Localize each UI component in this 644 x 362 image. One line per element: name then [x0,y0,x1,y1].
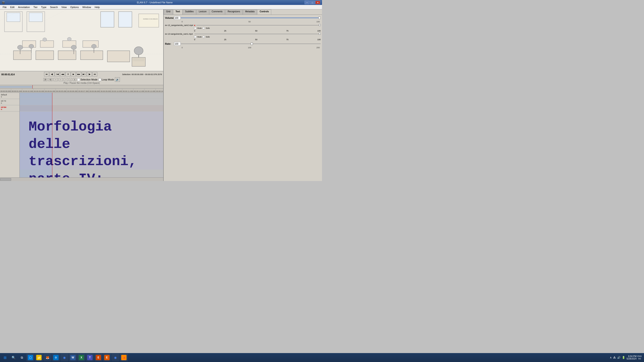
menu-options[interactable]: Options [68,5,80,9]
menu-search[interactable]: Search [48,5,60,9]
volume-input[interactable] [174,16,181,20]
track-row-default[interactable] [20,93,163,99]
track-header-inf73: Inf-73 tt [0,99,20,105]
boundary-start-button[interactable]: |S [44,78,48,81]
tab-grid[interactable]: Grid [164,9,173,14]
media2-labels: 0 25 50 75 100 [194,38,321,41]
volume-slider[interactable] [181,16,321,20]
move-left-button[interactable]: ← [58,78,63,81]
volume-button[interactable]: 🔊 [115,77,120,82]
media1-mute-solo: Mute Solo [194,27,321,29]
fast-back-button[interactable]: ◀◀ [60,72,65,76]
media1-labels: 0 25 50 75 100 [194,30,321,32]
media2-header: ev-13-sanguinerola_cam1.mp4 [165,32,321,35]
track-content[interactable]: Morfologia delle trascrizioni,parte IV: … [20,93,163,177]
svg-rect-18 [40,41,54,47]
rate-thumb[interactable] [251,43,253,45]
rate-slider[interactable] [181,42,321,45]
close-button[interactable]: ✕ [315,1,320,4]
tab-subtitles[interactable]: Subtitles [183,9,196,14]
big-text-display: Morfologia delle trascrizioni,parte IV: … [20,111,163,170]
menu-view[interactable]: View [60,5,69,9]
media1-mute-label: Mute [197,27,202,29]
selection-mode-checkbox[interactable] [77,78,80,81]
media2-mute-solo: Mute Solo [194,36,321,38]
rate-input[interactable] [174,42,181,45]
window-controls: ─ □ ✕ [304,1,320,4]
controls-panel: Volume: 0 50 100 [164,15,322,181]
media1-mute-checkbox[interactable] [194,27,196,29]
media1-slider[interactable] [196,24,321,27]
media2-solo-radio[interactable] [202,36,205,38]
track-row-inf73[interactable] [20,99,163,105]
tab-metadata[interactable]: Metadata [243,9,257,14]
svg-rect-15 [80,51,103,60]
ruler-tick-0: 00:00:00.000 [0,89,11,92]
menu-annotation[interactable]: Annotation [16,5,32,9]
timeline-wrapper: 00:00:00.000 00:00:01.000 00:00:02.000 0… [0,85,163,181]
media1-name: ev-13_sanguinerola_cam2.mp4 [165,24,193,26]
ruler-tick-10: 00:00:10.000 [111,89,122,92]
pause-button[interactable]: ⏸ [66,72,70,76]
ruler-tick-2: 00:00:02.000 [22,89,33,92]
ruler-tick-5: 00:00:05.000 [56,89,67,92]
go-start-button[interactable]: ⏮ [44,72,49,76]
media2-name: ev-13-sanguinerola_cam1.mp4 [165,33,193,35]
media2-mute-checkbox[interactable] [194,36,196,38]
media1-heart-icon: ♥ [194,24,196,26]
svg-rect-12 [14,51,31,60]
rate-labels: 0 100 200 [182,46,320,49]
menu-file[interactable]: File [1,5,8,9]
move-down-button[interactable]: ↓ [69,78,72,81]
tab-recognizers[interactable]: Recognizers [225,9,242,14]
timeline-ruler: 00:00:00.000 00:00:01.000 00:00:02.000 0… [0,89,163,93]
window-title: ELAN 6.7 - Undefined File Name [137,1,173,4]
one-button[interactable]: 1 [73,78,76,81]
prev-frame-button[interactable]: ◀| [50,72,54,76]
tab-comments[interactable]: Comments [209,9,225,14]
annotation-text-area[interactable]: Morfologia delle trascrizioni,parte IV: … [20,111,163,170]
tab-controls[interactable]: Controls [257,9,271,14]
ruler-tick-7: 00:00:07.000 [78,89,89,92]
menu-help[interactable]: Help [93,5,102,9]
prev-second-button[interactable]: 1◀ [55,72,60,76]
horizontal-scrollbar[interactable] [0,177,163,181]
minimize-button[interactable]: ─ [304,1,310,4]
play-button[interactable]: ▶ [71,72,76,76]
transport-button-row: ⏮ ◀| 1◀ ◀◀ ⏸ ▶ ▶▶ ▶1 |▶ ⏭ [44,72,97,76]
menu-edit[interactable]: Edit [8,5,16,9]
svg-rect-33 [132,57,145,66]
volume-label: Volume: [165,16,174,19]
rate-row: Rate: [165,42,321,45]
menu-type[interactable]: Type [39,5,48,9]
svg-rect-5 [29,13,42,22]
media2-slider[interactable] [194,32,321,35]
svg-point-29 [43,38,47,41]
track-row-inf84[interactable] [20,105,163,111]
volume-row: Volume: [165,16,321,20]
menu-window[interactable]: Window [80,5,93,9]
next-second-button[interactable]: ▶1 [82,72,86,76]
tab-bar: Grid Text Subtitles Lexicon Comments Rec… [164,9,322,15]
timeline-position-bar[interactable] [0,85,163,89]
app-body: NORME DI SICUREZZA [0,9,322,181]
left-panel: NORME DI SICUREZZA [0,9,163,181]
move-right-button[interactable]: → [54,78,58,81]
scrollbar-thumb[interactable] [0,178,11,181]
tab-lexicon[interactable]: Lexicon [196,9,209,14]
transport-controls: 00:00:01.614 ⏮ ◀| 1◀ ◀◀ ⏸ ▶ ▶▶ ▶1 |▶ ⏭ S… [0,71,163,85]
fast-fwd-button[interactable]: ▶▶ [76,72,81,76]
menu-tier[interactable]: Tier [32,5,39,9]
go-end-button[interactable]: ⏭ [92,72,97,76]
svg-rect-14 [58,51,76,60]
svg-point-31 [134,47,143,55]
tab-text[interactable]: Text [173,9,182,14]
loop-mode-checkbox[interactable] [98,78,101,81]
boundary-end-button[interactable]: S| [48,78,52,81]
maximize-button[interactable]: □ [310,1,315,4]
media1-solo-radio[interactable] [202,27,205,29]
next-frame-button[interactable]: |▶ [87,72,92,76]
svg-rect-13 [36,51,54,60]
tracks-area: default tt Inf-73 tt Inf [0,93,163,177]
move-right2-button[interactable]: → [64,78,68,81]
